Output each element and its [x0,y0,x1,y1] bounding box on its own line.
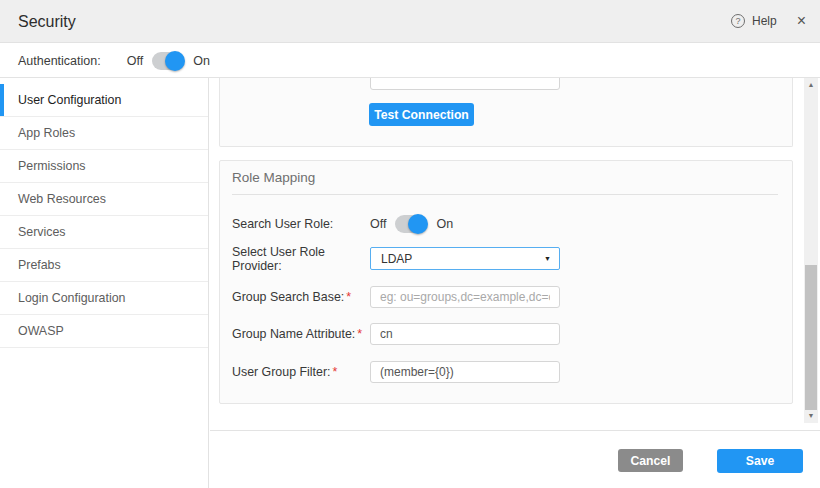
label-text: User Group Filter: [232,365,330,379]
toggle-knob [165,51,185,71]
sidebar-item-owasp[interactable]: OWASP [0,315,208,348]
security-window: Security ? Help × Authentication: Off On… [0,0,820,488]
help-icon[interactable]: ? [731,14,745,28]
active-indicator [0,84,4,116]
sidebar-item-login-configuration[interactable]: Login Configuration [0,282,208,315]
required-asterisk: * [332,365,337,379]
connection-panel: Test Connection [219,78,793,147]
provider-row: Select User Role Provider: LDAP ▼ [232,247,560,270]
selected-provider-value: LDAP [381,252,412,266]
user-group-filter-row: User Group Filter:* [232,360,560,383]
search-user-role-row: Search User Role: Off On [232,212,453,235]
search-user-role-off-label: Off [370,217,386,231]
scrollbar[interactable]: ▲ ▼ [804,78,818,423]
close-icon[interactable]: × [797,13,806,29]
sidebar-item-label: Prefabs [18,258,61,272]
sidebar-item-permissions[interactable]: Permissions [0,150,208,183]
sidebar-item-services[interactable]: Services [0,216,208,249]
group-search-base-label: Group Search Base:* [232,290,370,304]
test-connection-button[interactable]: Test Connection [369,103,474,126]
dropdown-caret-icon: ▼ [544,255,551,262]
page-title: Security [18,0,76,43]
required-asterisk: * [357,327,362,341]
authentication-off-label: Off [127,54,143,68]
help-link[interactable]: Help [752,14,777,28]
authentication-label: Authentication: [18,54,101,68]
header-actions: ? Help × [731,0,806,42]
search-user-role-on-label: On [436,217,453,231]
user-role-provider-select[interactable]: LDAP ▼ [370,247,560,270]
sidebar-item-label: Web Resources [18,192,106,206]
user-group-filter-label: User Group Filter:* [232,365,370,379]
user-group-filter-input[interactable] [370,361,560,383]
sidebar-item-label: Permissions [18,159,85,173]
cancel-button[interactable]: Cancel [618,449,683,472]
sidebar-list: User Configuration App Roles Permissions… [0,84,208,348]
sidebar-item-prefabs[interactable]: Prefabs [0,249,208,282]
authentication-bar: Authentication: Off On [0,44,820,78]
scroll-area: Test Connection Role Mapping Search User… [210,78,804,430]
label-text: Group Name Attribute: [232,327,355,341]
required-asterisk: * [346,290,351,304]
scrollbar-up-arrow-icon[interactable]: ▲ [804,79,818,91]
sidebar-item-label: User Configuration [18,93,121,107]
save-button[interactable]: Save [717,449,803,473]
search-user-role-label: Search User Role: [232,217,370,231]
sidebar-item-web-resources[interactable]: Web Resources [0,183,208,216]
group-name-attribute-row: Group Name Attribute:* [232,322,560,345]
sidebar-item-label: OWASP [18,324,64,338]
sidebar: User Configuration App Roles Permissions… [0,78,209,488]
section-divider [232,194,778,195]
label-text: Group Search Base: [232,290,344,304]
group-name-attribute-label: Group Name Attribute:* [232,327,370,341]
main-content: Test Connection Role Mapping Search User… [210,78,820,488]
toggle-knob [408,214,428,234]
sidebar-item-app-roles[interactable]: App Roles [0,117,208,150]
header: Security ? Help × [0,0,820,43]
scrollbar-down-arrow-icon[interactable]: ▼ [804,410,818,422]
authentication-on-label: On [193,54,210,68]
provider-label: Select User Role Provider: [232,245,370,273]
authentication-toggle[interactable] [152,52,184,70]
connection-partial-input[interactable] [370,78,560,90]
role-mapping-panel: Role Mapping Search User Role: Off On Se… [219,160,793,404]
sidebar-item-label: App Roles [18,126,75,140]
group-search-base-row: Group Search Base:* [232,285,560,308]
search-user-role-toggle[interactable] [395,215,427,233]
group-name-attribute-input[interactable] [370,323,560,345]
group-search-base-input[interactable] [370,286,560,308]
scrollbar-thumb[interactable] [805,265,817,410]
sidebar-item-user-configuration[interactable]: User Configuration [0,84,208,117]
role-mapping-title: Role Mapping [232,170,315,185]
footer-actions: Cancel Save [210,430,820,488]
sidebar-item-label: Login Configuration [18,291,125,305]
sidebar-item-label: Services [18,225,66,239]
